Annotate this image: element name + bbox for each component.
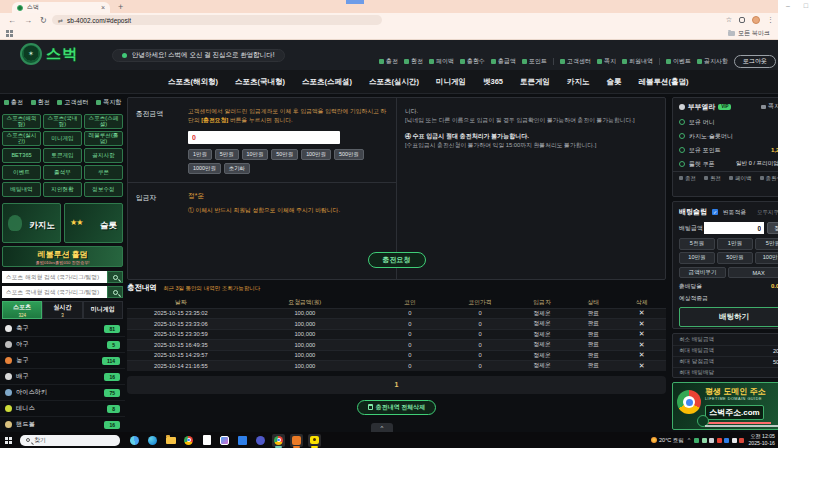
all-bookmarks-button[interactable]: 모든 북마크: [728, 29, 770, 38]
menu-coupon[interactable]: 쿠폰: [84, 165, 123, 180]
delete-row-icon[interactable]: ✕: [617, 320, 666, 328]
menu-bet365[interactable]: BET365: [2, 148, 41, 163]
nav-sports-domestic[interactable]: 스포츠(국내형): [235, 77, 285, 87]
file-explorer-icon[interactable]: [164, 434, 177, 447]
max-amount-button[interactable]: MAX: [728, 267, 778, 278]
bet-1000000-button[interactable]: 100만원: [755, 252, 778, 264]
tray-mic-icon[interactable]: [717, 438, 722, 443]
bet-10000-button[interactable]: 1만원: [717, 238, 753, 250]
photos-icon[interactable]: [218, 434, 231, 447]
delete-row-icon[interactable]: ✕: [617, 330, 666, 338]
bet-500000-button[interactable]: 50만원: [717, 252, 753, 264]
profile-avatar[interactable]: [752, 16, 760, 24]
amount-10k-button[interactable]: 1만원: [188, 149, 212, 160]
utility-event[interactable]: 이벤트: [666, 57, 691, 66]
tray-green-icon[interactable]: [702, 438, 707, 443]
nav-minigame[interactable]: 미니게임: [436, 77, 466, 87]
bet-adjust-button[interactable]: 정정: [767, 222, 778, 234]
miniapp-active-icon[interactable]: [290, 434, 303, 447]
delete-row-icon[interactable]: ✕: [617, 309, 666, 317]
delete-row-icon[interactable]: ✕: [617, 351, 666, 359]
delete-all-history-button[interactable]: 충전내역 전체삭제: [357, 400, 437, 415]
apps-grid-icon[interactable]: [6, 30, 13, 37]
place-bet-button[interactable]: 배팅하기: [679, 307, 778, 327]
sport-row-volleyball[interactable]: 배구16: [0, 369, 125, 385]
weather-widget[interactable]: 20°C 흐림: [651, 437, 684, 444]
sport-row-handball[interactable]: 핸드볼16: [0, 417, 125, 432]
minitab-deposit[interactable]: 충전: [679, 175, 696, 182]
tray-display-icon[interactable]: [724, 438, 729, 443]
utility-history[interactable]: 회원내역: [622, 57, 653, 66]
utility-deposit[interactable]: 충전: [379, 57, 398, 66]
clear-all-button[interactable]: 모두지우기: [757, 209, 778, 216]
menu-tokengame[interactable]: 토큰게임: [43, 148, 82, 163]
edge-icon[interactable]: [146, 434, 159, 447]
menu-sports-domestic[interactable]: 스포츠(국내형): [43, 114, 82, 129]
utility-exchange-count[interactable]: 충환수: [460, 57, 485, 66]
store-icon[interactable]: [236, 434, 249, 447]
site-logo[interactable]: ✶ 스벅: [20, 43, 78, 65]
menu-bet-history[interactable]: 배팅내역: [2, 182, 41, 197]
new-tab-button[interactable]: +: [118, 2, 123, 12]
browser-menu-icon[interactable]: ⋮: [767, 16, 774, 24]
menu-sports-live[interactable]: 스포츠(실시간): [2, 131, 41, 146]
utility-support[interactable]: 고객센터: [560, 57, 591, 66]
sport-row-basketball[interactable]: 농구114: [0, 353, 125, 369]
menu-sports-intl[interactable]: 스포츠(해외형): [2, 114, 41, 129]
site-info-icon[interactable]: ⇄: [58, 17, 63, 24]
utility-payback[interactable]: 페이백: [429, 57, 454, 66]
tab-sports[interactable]: 스포츠324: [2, 301, 42, 319]
auto-apply-checkbox[interactable]: ✓: [712, 209, 718, 215]
holdem-banner[interactable]: 레볼루션 홀덤 홀덤010vs홀덤010 전면승부!: [2, 246, 123, 267]
menu-event[interactable]: 이벤트: [2, 165, 41, 180]
menu-holdem[interactable]: 레볼루션(홀덤): [84, 131, 123, 146]
nav-sports-live[interactable]: 스포츠(실시간): [369, 77, 419, 87]
sport-row-tennis[interactable]: 테니스8: [0, 401, 125, 417]
sport-row-hockey[interactable]: 아이스하키75: [0, 385, 125, 401]
search-intl-input[interactable]: [2, 271, 107, 283]
menu-referral[interactable]: 지인현황: [43, 182, 82, 197]
widgets-icon[interactable]: [128, 434, 141, 447]
taskbar-search[interactable]: 찾기: [20, 435, 120, 446]
forward-button[interactable]: →: [24, 16, 32, 25]
amount-500k-button[interactable]: 50만원: [271, 149, 298, 160]
scroll-to-top-button[interactable]: ^: [371, 423, 393, 432]
menu-minigame[interactable]: 미니게임: [43, 131, 82, 146]
sport-row-soccer[interactable]: 축구81: [0, 321, 125, 337]
start-button-icon[interactable]: [5, 437, 12, 444]
address-bar[interactable]: ⇄ sb-4002.com/#deposit: [52, 15, 382, 25]
kakaotalk-icon[interactable]: [308, 434, 321, 447]
tab-minigame[interactable]: 미니게임: [83, 301, 123, 319]
nav-bet365[interactable]: 벳365: [483, 77, 503, 87]
back-button[interactable]: ←: [8, 16, 16, 25]
search-intl-button[interactable]: [107, 271, 123, 283]
chrome-icon[interactable]: [182, 434, 195, 447]
quick-inbox[interactable]: 쪽지함: [96, 98, 121, 107]
slot-banner[interactable]: ★★ 슬롯SLOT: [64, 203, 123, 243]
menu-attendance[interactable]: 출석부: [43, 165, 82, 180]
sport-row-baseball[interactable]: 야구5: [0, 337, 125, 353]
message-button[interactable]: 쪽지: [761, 102, 778, 111]
nav-slot[interactable]: 슬롯: [607, 77, 622, 87]
casino-banner[interactable]: 카지노CASINO: [2, 203, 61, 243]
nav-sports-intl[interactable]: 스포츠(해외형): [168, 77, 218, 87]
search-domestic-input[interactable]: [2, 286, 107, 298]
notepad-icon[interactable]: [200, 434, 213, 447]
teams-icon[interactable]: [254, 434, 267, 447]
bet-50000-button[interactable]: 5만원: [755, 238, 778, 250]
deposit-request-button[interactable]: 충전요청: [368, 252, 426, 268]
menu-profile-edit[interactable]: 정보수정: [84, 182, 123, 197]
reload-button[interactable]: ↻: [40, 16, 47, 25]
menu-notice[interactable]: 공지사항: [84, 148, 123, 163]
utility-notice[interactable]: 공지사항: [697, 57, 728, 66]
domain-banner[interactable]: 평생 도메인 주소 LIFETIME DOMAIN GUIDE 스벅주소.com: [672, 382, 778, 430]
delete-row-icon[interactable]: ✕: [617, 341, 666, 349]
logout-button[interactable]: 로그아웃: [734, 55, 776, 68]
amount-50k-button[interactable]: 5만원: [215, 149, 239, 160]
tray-sound-icon[interactable]: [709, 438, 714, 443]
utility-total-amount[interactable]: 충금액: [491, 57, 516, 66]
chrome-active-icon[interactable]: [272, 434, 285, 447]
amount-100k-button[interactable]: 10만원: [242, 149, 269, 160]
tray-update-icon[interactable]: [732, 438, 737, 443]
bet-100000-button[interactable]: 10만원: [679, 252, 715, 264]
